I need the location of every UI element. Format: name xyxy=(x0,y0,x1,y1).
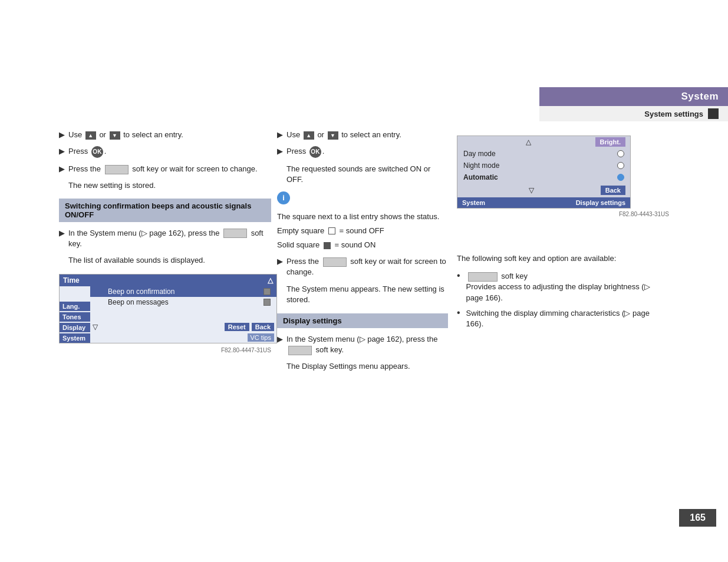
phone-header-left: Time △ xyxy=(60,275,276,286)
info-text-2-label: Empty square xyxy=(277,226,324,235)
page-number: 165 xyxy=(679,509,716,527)
following-text: The following soft key and option are av… xyxy=(457,253,669,264)
mid-bullet-3-text: Press the soft key or wait for screen to… xyxy=(286,256,448,277)
phone-right-nav-up: △ Bright. xyxy=(457,136,630,148)
phone-right-system-label: System xyxy=(462,199,485,206)
phone-item-messages-icon xyxy=(263,299,271,306)
mid-bullet-2: ▶ Press OK. xyxy=(277,146,448,158)
right-column-text: The following soft key and option are av… xyxy=(457,253,669,334)
new-setting-label: The new setting is stored. xyxy=(68,181,156,190)
arrow-icon-3: ▶ xyxy=(59,164,65,173)
left-system-bullet-text: In the System menu (▷ page 162), press t… xyxy=(68,228,271,249)
settings-label: System settings xyxy=(644,110,703,118)
right-bullet-2: • Switching the display dimming characte… xyxy=(457,308,669,329)
phone-action-buttons: Reset Back xyxy=(225,323,274,331)
display-heading: Display settings xyxy=(277,313,448,328)
or-text-1: or xyxy=(99,130,106,139)
press-the-text-1: Press the xyxy=(68,164,101,173)
phone-right-down-arrow: ▽ xyxy=(529,186,534,194)
left-bullet-2: ▶ Press OK. xyxy=(59,146,271,158)
phone-vctips-btn: VC tips xyxy=(248,333,274,342)
mid-bullet-3: ▶ Press the soft key or wait for screen … xyxy=(277,256,448,277)
phone-right-bottom-bar: System Display settings xyxy=(457,197,630,208)
mid-press-text: Press xyxy=(286,147,306,156)
info-icon: i xyxy=(277,191,290,204)
list-info-label: The list of available sounds is displaye… xyxy=(68,256,205,265)
info-text-1-content: The square next to a list entry shows th… xyxy=(277,212,439,221)
left-bullet-2-text: Press OK. xyxy=(68,146,106,158)
phone-bottom-row: ▽ Reset Back xyxy=(90,322,276,332)
mid-or-text: or xyxy=(317,130,324,139)
mid-display-softkey xyxy=(288,346,312,355)
phone-nav-down-area: ▽ xyxy=(93,323,98,331)
phone-right-automatic-label: Automatic xyxy=(463,173,617,181)
softkey-inline-2 xyxy=(223,229,247,238)
mid-sounds-info: The requested sounds are switched ON or … xyxy=(286,164,448,185)
phone-right-display-label: Display settings xyxy=(576,199,625,206)
page-number-text: 165 xyxy=(690,513,706,523)
new-setting-text: The new setting is stored. xyxy=(68,180,271,191)
phone-tones-label: Tones xyxy=(60,312,90,322)
mid-select-text: to select an entry. xyxy=(341,130,401,139)
left-column: ▶ Use ▲ or ▼ to select an entry. ▶ Press… xyxy=(59,130,271,356)
phone-item-messages-label: Beep on messages xyxy=(108,298,263,306)
up-arrow-btn-1: ▲ xyxy=(85,131,96,140)
right-dot-1: • xyxy=(457,271,460,280)
solid-square-icon xyxy=(324,242,331,249)
arrow-icon-4: ▶ xyxy=(59,229,65,237)
phone-reset-btn[interactable]: Reset xyxy=(225,323,249,331)
softkey-inline-1 xyxy=(105,165,129,174)
phone-right-nav-down-row: ▽ Back xyxy=(457,183,630,197)
display-heading-text: Display settings xyxy=(283,316,342,325)
use-text-1: Use xyxy=(68,130,82,139)
left-bullet-3: ▶ Press the soft key or wait for screen … xyxy=(59,164,271,174)
phone-back-btn[interactable]: Back xyxy=(252,323,274,331)
mid-ok-icon: OK xyxy=(309,146,321,158)
mid-bullet-1: ▶ Use ▲ or ▼ to select an entry. xyxy=(277,130,448,140)
phone-bright-btn[interactable]: Bright. xyxy=(595,137,625,147)
phone-right-daymode-label: Day mode xyxy=(463,150,617,158)
phone-caption-left: F82.80-4447-31US xyxy=(59,347,271,353)
left-bullet-1: ▶ Use ▲ or ▼ to select an entry. xyxy=(59,130,271,140)
info-text-1: The square next to a list entry shows th… xyxy=(277,211,448,222)
arrow-icon-2: ▶ xyxy=(59,147,65,156)
phone-item-messages: Beep on messages xyxy=(90,297,276,308)
display-menu-appears-text: The Display Settings menu appears. xyxy=(286,362,410,371)
phone-back-btn-right[interactable]: Back xyxy=(601,186,625,195)
phone-right-nightmode-radio xyxy=(617,162,624,169)
phone-right-item-1: Day mode xyxy=(457,148,630,160)
phone-caption-right: F82.80-4443-31US xyxy=(457,211,669,217)
arrow-icon-1: ▶ xyxy=(59,130,65,139)
system-label: System xyxy=(681,91,719,102)
right-bullet-1-text: soft key Provides access to adjusting th… xyxy=(466,271,669,303)
mid-column: ▶ Use ▲ or ▼ to select an entry. ▶ Press… xyxy=(277,130,448,376)
right-bullet-1: • soft key Provides access to adjusting … xyxy=(457,271,669,303)
settings-block-icon xyxy=(708,108,719,119)
mid-display-arrow: ▶ xyxy=(277,335,283,343)
phone-screen-right: △ Bright. Day mode Night mode Automatic … xyxy=(457,135,631,209)
phone-vctips: VC tips xyxy=(90,332,276,343)
phone-side-labels: Lang. Tones Display System xyxy=(60,286,90,343)
phone-body-left: Lang. Tones Display System Beep on confi… xyxy=(60,286,276,343)
system-settings-bar: System settings xyxy=(539,106,728,121)
mid-bullet-1-text: Use ▲ or ▼ to select an entry. xyxy=(286,130,401,140)
down-arrow-btn-1: ▼ xyxy=(110,131,120,140)
right-bullet-2-content: Switching the display dimming characteri… xyxy=(466,309,650,328)
softkey-end-text-1: soft key or wait for screen to change. xyxy=(132,164,257,173)
phone-nav-up: △ xyxy=(268,276,273,285)
system-title: System xyxy=(539,87,728,106)
mid-arrow-3: ▶ xyxy=(277,257,283,266)
phone-right-up-arrow: △ xyxy=(526,138,531,146)
sys-appears-text: The System menu appears. The new setting… xyxy=(286,284,448,305)
right-bullet-1-desc: Provides access to adjusting the display… xyxy=(466,282,650,302)
phone-lang-label: Lang. xyxy=(60,302,90,311)
phone-right-daymode-radio xyxy=(617,150,624,157)
phone-item-confirmation: Beep on confirmation xyxy=(90,286,276,297)
phone-right-nightmode-label: Night mode xyxy=(463,161,617,170)
phone-right-item-3: Automatic xyxy=(457,171,630,183)
switching-heading-text: Switching confirmation beeps and acousti… xyxy=(65,201,251,219)
right-bullet-2-text: Switching the display dimming characteri… xyxy=(466,308,669,329)
phone-right-automatic-radio xyxy=(617,174,624,181)
phone-right-item-2: Night mode xyxy=(457,160,630,171)
following-text-label: The following soft key and option are av… xyxy=(457,254,616,263)
